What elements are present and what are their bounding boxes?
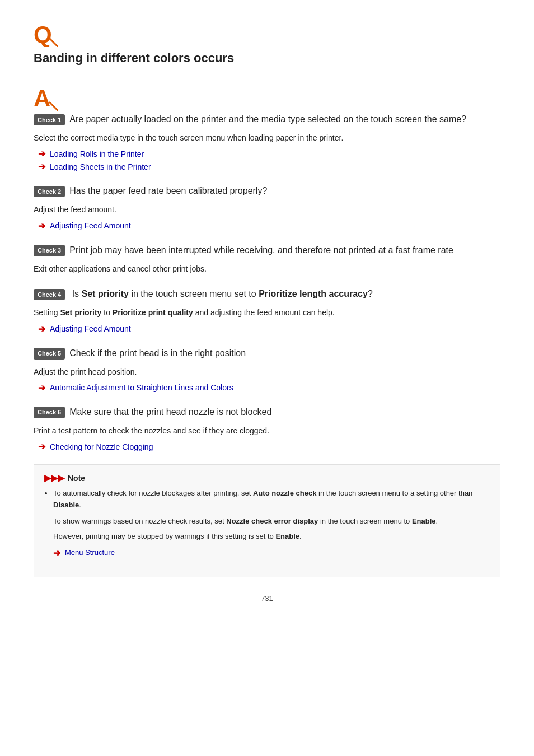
checking-nozzle-clogging-link[interactable]: Checking for Nozzle Clogging <box>50 442 153 451</box>
note-bullet-list: To automatically check for nozzle blocka… <box>44 488 490 560</box>
svg-text:Q: Q <box>34 22 52 47</box>
check-3-body: Exit other applications and cancel other… <box>34 263 500 275</box>
arrow-icon: ➔ <box>38 382 45 393</box>
svg-text:A: A <box>34 86 50 111</box>
check-1-heading: Check 1Are paper actually loaded on the … <box>34 113 500 126</box>
check-6-section: Check 6Make sure that the print head noz… <box>34 405 500 452</box>
note-bullet-item: To automatically check for nozzle blocka… <box>53 488 490 560</box>
arrow-icon: ➔ <box>38 441 45 452</box>
arrow-icon: ➔ <box>38 324 45 334</box>
check-4-body: Setting Set priority to Prioritize print… <box>34 306 500 319</box>
list-item: ➔ Loading Rolls in the Printer <box>38 148 500 159</box>
check-4-heading-text: Is Set priority in the touch screen menu… <box>72 289 373 298</box>
check-1-body: Select the correct media type in the tou… <box>34 132 500 144</box>
auto-nozzle-check-bold: Auto nozzle check <box>253 489 316 497</box>
a-icon: A <box>34 86 58 111</box>
prioritize-print-quality-bold: Prioritize print quality <box>113 308 193 317</box>
check-1-heading-text: Are paper actually loaded on the printer… <box>69 114 466 124</box>
list-item: ➔ Checking for Nozzle Clogging <box>38 441 500 452</box>
check-6-body: Print a test pattern to check the nozzle… <box>34 424 500 437</box>
arrow-icon: ➔ <box>53 546 60 561</box>
svg-line-3 <box>49 102 58 111</box>
check-4-heading: Check 4 Is Set priority in the touch scr… <box>34 287 500 301</box>
list-item: ➔ Adjusting Feed Amount <box>38 324 500 334</box>
check-2-heading-text: Has the paper feed rate been calibrated … <box>69 186 267 195</box>
set-priority-bold-2: Set priority <box>60 308 101 317</box>
divider <box>34 76 500 76</box>
check-5-body: Adjust the print head position. <box>34 366 500 378</box>
auto-adjustment-link[interactable]: Automatic Adjustment to Straighten Lines… <box>50 383 233 392</box>
nozzle-check-error-display-bold: Nozzle check error display <box>226 517 318 525</box>
check-4-links: ➔ Adjusting Feed Amount <box>34 324 500 334</box>
prioritize-length-accuracy-bold: Prioritize length accuracy <box>259 289 368 298</box>
check-4-section: Check 4 Is Set priority in the touch scr… <box>34 287 500 334</box>
arrow-icon: ➔ <box>38 161 45 172</box>
set-priority-bold-1: Set priority <box>82 289 129 298</box>
note-sub-2: However, printing may be stopped by warn… <box>53 531 490 543</box>
check-2-badge: Check 2 <box>34 186 65 198</box>
check-5-section: Check 5Check if the print head is in the… <box>34 347 500 393</box>
list-item: ➔ Automatic Adjustment to Straighten Lin… <box>38 382 500 393</box>
check-2-links: ➔ Adjusting Feed Amount <box>34 221 500 231</box>
loading-sheets-link[interactable]: Loading Sheets in the Printer <box>50 162 151 171</box>
note-box: ▶▶▶ Note To automatically check for nozz… <box>34 464 500 577</box>
list-item: ➔ Loading Sheets in the Printer <box>38 161 500 172</box>
enable-bold-2: Enable <box>275 532 299 540</box>
check-1-links: ➔ Loading Rolls in the Printer ➔ Loading… <box>34 148 500 172</box>
q-icon: Q <box>34 22 58 47</box>
check-4-badge: Check 4 <box>34 289 65 301</box>
list-item: ➔ Adjusting Feed Amount <box>38 221 500 231</box>
check-6-links: ➔ Checking for Nozzle Clogging <box>34 441 500 452</box>
enable-bold-1: Enable <box>412 517 436 525</box>
question-icon-area: Q <box>34 22 500 49</box>
answer-icon-area: A <box>34 86 500 113</box>
check-6-heading: Check 6Make sure that the print head noz… <box>34 405 500 419</box>
check-3-section: Check 3Print job may have been interrupt… <box>34 244 500 275</box>
check-2-section: Check 2Has the paper feed rate been cali… <box>34 184 500 231</box>
page-title: Banding in different colors occurs <box>34 51 500 66</box>
note-header: ▶▶▶ Note <box>44 473 490 483</box>
note-link-list: ➔ Menu Structure <box>53 546 490 561</box>
arrow-icon: ➔ <box>38 148 45 159</box>
note-sub-1: To show warnings based on nozzle check r… <box>53 516 490 528</box>
check-1-section: Check 1Are paper actually loaded on the … <box>34 113 500 172</box>
check-2-heading: Check 2Has the paper feed rate been cali… <box>34 184 500 198</box>
adjusting-feed-amount-link-1[interactable]: Adjusting Feed Amount <box>50 221 131 230</box>
check-3-heading-text: Print job may have been interrupted whil… <box>69 245 453 255</box>
check-3-badge: Check 3 <box>34 245 65 256</box>
check-2-body: Adjust the feed amount. <box>34 203 500 216</box>
arrow-icon: ➔ <box>38 221 45 231</box>
note-icon: ▶▶▶ <box>44 473 64 483</box>
note-label: Note <box>68 474 85 483</box>
adjusting-feed-amount-link-2[interactable]: Adjusting Feed Amount <box>50 324 131 333</box>
page-number: 731 <box>34 594 500 603</box>
check-5-badge: Check 5 <box>34 348 65 360</box>
check-6-heading-text: Make sure that the print head nozzle is … <box>69 407 271 417</box>
menu-structure-link[interactable]: Menu Structure <box>65 547 115 559</box>
check-5-heading: Check 5Check if the print head is in the… <box>34 347 500 360</box>
list-item: ➔ Menu Structure <box>53 546 490 561</box>
disable-bold: Disable <box>53 501 79 509</box>
check-1-badge: Check 1 <box>34 114 65 126</box>
check-3-heading: Check 3Print job may have been interrupt… <box>34 244 500 257</box>
check-5-links: ➔ Automatic Adjustment to Straighten Lin… <box>34 382 500 393</box>
check-5-heading-text: Check if the print head is in the right … <box>69 348 246 358</box>
loading-rolls-link[interactable]: Loading Rolls in the Printer <box>50 150 144 158</box>
check-6-badge: Check 6 <box>34 407 65 418</box>
